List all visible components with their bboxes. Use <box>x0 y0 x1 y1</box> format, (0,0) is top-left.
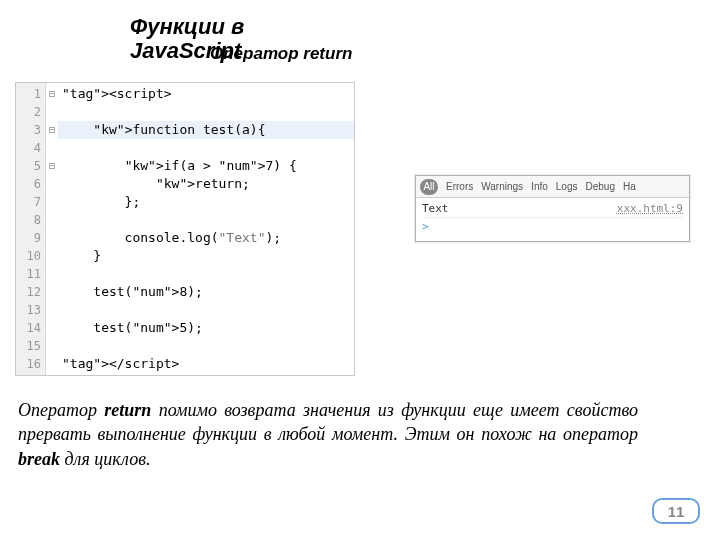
tab-errors[interactable]: Errors <box>446 181 473 192</box>
title-line1: Функции в <box>130 14 244 39</box>
code-editor: 12345678910111213141516 ⊟⊟⊟ "tag"><scrip… <box>15 82 355 376</box>
tab-all[interactable]: All <box>420 179 438 195</box>
console-body: Text xxx.html:9 > <box>416 198 689 241</box>
console-entry: Text xxx.html:9 <box>422 200 683 218</box>
code-lines: "tag"><script> "kw">function test(a){ "k… <box>58 83 354 375</box>
subtitle: Оператор return <box>210 44 352 64</box>
tab-warnings[interactable]: Warnings <box>481 181 523 192</box>
tab-info[interactable]: Info <box>531 181 548 192</box>
console-panel: All Errors Warnings Info Logs Debug Ha T… <box>415 175 690 242</box>
console-prompt[interactable]: > <box>422 218 683 233</box>
fold-column: ⊟⊟⊟ <box>46 83 58 375</box>
line-gutter: 12345678910111213141516 <box>16 83 46 375</box>
tab-hash[interactable]: Ha <box>623 181 636 192</box>
description-text: Оператор return помимо возврата значения… <box>18 398 638 471</box>
tab-logs[interactable]: Logs <box>556 181 578 192</box>
console-source[interactable]: xxx.html:9 <box>617 202 683 215</box>
page-number-badge: 11 <box>652 498 700 524</box>
tab-debug[interactable]: Debug <box>585 181 614 192</box>
console-tabs: All Errors Warnings Info Logs Debug Ha <box>416 176 689 198</box>
console-text: Text <box>422 202 449 215</box>
